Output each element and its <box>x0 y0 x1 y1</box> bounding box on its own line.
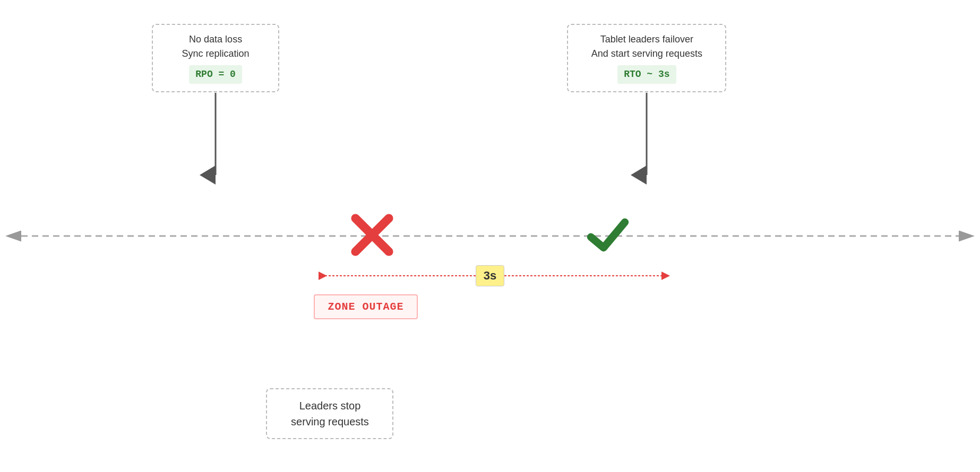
recovery-event-check <box>587 214 629 258</box>
rto-arrow-svg <box>646 93 648 178</box>
x-icon <box>348 211 396 259</box>
zone-outage-box: ZONE OUTAGE <box>314 294 417 319</box>
callout-rto-text2: And start serving requests <box>579 47 715 61</box>
duration-indicator: 3s <box>372 265 607 286</box>
leaders-stop-text2: serving requests <box>280 414 380 430</box>
zone-outage-label: ZONE OUTAGE <box>328 301 403 313</box>
rpo-badge: RPO = 0 <box>189 65 242 84</box>
callout-rto-text1: Tablet leaders failover <box>579 32 715 47</box>
timeline-svg <box>0 233 980 239</box>
duration-badge: 3s <box>476 265 504 286</box>
rpo-arrow-svg <box>214 93 217 178</box>
callout-rto-box: Tablet leaders failover And start servin… <box>567 24 726 92</box>
callout-rpo-text1: No data loss <box>164 32 268 47</box>
leaders-stop-box: Leaders stop serving requests <box>266 388 393 439</box>
check-icon <box>587 214 629 256</box>
leaders-stop-text1: Leaders stop <box>280 398 380 414</box>
failure-event-x <box>348 211 396 261</box>
callout-rpo-text2: Sync replication <box>164 47 268 61</box>
rto-badge: RTO ~ 3s <box>617 65 676 84</box>
duration-line-right <box>504 272 664 280</box>
duration-line-left <box>316 272 476 280</box>
diagram-container: No data loss Sync replication RPO = 0 Ta… <box>0 0 980 472</box>
callout-rpo-box: No data loss Sync replication RPO = 0 <box>152 24 279 92</box>
